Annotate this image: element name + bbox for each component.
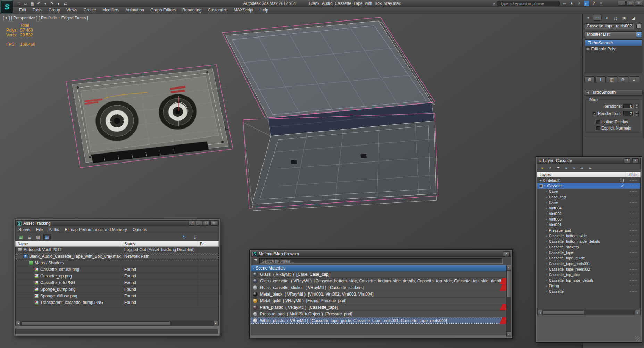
redo-dropdown-icon[interactable]: ▾ [56, 1, 61, 6]
layer-row[interactable]: − ▫ Vint002 ✓ ----- [537, 211, 640, 216]
undo-dropdown-icon[interactable]: ▾ [42, 1, 48, 6]
menu-item[interactable]: File [33, 227, 45, 233]
new-scene-icon[interactable]: □ [16, 1, 22, 6]
table-view-icon[interactable]: ▦ [43, 234, 51, 240]
manage-links-icon[interactable]: ⇄ [62, 1, 68, 6]
layer-row[interactable]: − ▫ Cassette_top_side ✓ ----- [537, 272, 640, 277]
scroll-thumb[interactable] [21, 321, 170, 325]
layer-row[interactable]: − ▫ Case ✓ ----- [537, 200, 640, 205]
highlight-selected-layer-button[interactable]: ≡ [579, 165, 585, 171]
scroll-right-icon[interactable]: ► [635, 310, 640, 315]
layer-row[interactable]: − ▫ Vint004 ✓ ----- [537, 205, 640, 211]
title-bar[interactable]: S □▱▦↶▾↷▾⇄ Autodesk 3ds Max 2012 x64 Bla… [0, 0, 644, 7]
material-row[interactable]: Glass_cassette_sticker ( VRayMtl ) [Cass… [251, 284, 506, 291]
object-color-swatch[interactable] [636, 24, 641, 28]
remove-modifier-button[interactable]: ⊘ [618, 76, 628, 83]
scroll-thumb[interactable] [543, 310, 585, 315]
material-search-input[interactable] [259, 258, 503, 264]
save-file-icon[interactable]: ▦ [29, 1, 35, 6]
binoculars-icon[interactable]: ∞ [562, 1, 567, 6]
render-iters-checkbox[interactable] [593, 112, 596, 116]
new-layer-button[interactable]: ≡ [539, 165, 545, 171]
create-tab-icon[interactable]: ☀ [584, 15, 593, 21]
menu-item[interactable]: Create [81, 7, 99, 14]
table-row[interactable]: Sponge_diffuse.png Found [16, 293, 218, 299]
layer-row[interactable]: − ▫ Cassette ✓ ----- [537, 289, 640, 294]
scene-materials-header[interactable]: - Scene Materials [251, 265, 506, 271]
undo-icon[interactable]: ↶ [36, 1, 42, 6]
modify-tab-icon[interactable]: ◠ [593, 15, 602, 21]
hierarchy-tab-icon[interactable]: ⊞ [602, 15, 611, 21]
rollup-button[interactable]: ◱ [189, 221, 195, 226]
scroll-right-icon[interactable]: ► [213, 321, 218, 326]
viewport-label[interactable]: [ + ] [ Perspective ] [ Realistic + Edge… [3, 16, 88, 20]
object-name-field[interactable]: Cassette_tape_reels002 [585, 23, 634, 29]
layer-row[interactable]: − ▫ Cassette_tape ✓ ----- [537, 250, 640, 255]
minimize-button[interactable]: – [618, 1, 626, 6]
modifier-stack-row[interactable]: ▤ Editable Poly [585, 46, 642, 52]
modifier-list-dropdown[interactable]: Modifier List ▼ [585, 31, 642, 38]
scroll-left-icon[interactable]: ◄ [537, 310, 543, 315]
menu-item[interactable]: Group [45, 7, 63, 14]
layer-row[interactable]: − ≡ 0 (default) ✓ ----- [537, 177, 640, 183]
render-iters-spinner[interactable]: ▲ ▼ [635, 111, 639, 116]
motion-tab-icon[interactable]: ◎ [611, 15, 620, 21]
layer-list-header[interactable]: Layers Hide [537, 172, 641, 177]
maximize-button[interactable]: □ [626, 1, 634, 6]
close-button[interactable]: × [635, 1, 643, 6]
help-button[interactable]: ? [624, 158, 630, 163]
layer-row[interactable]: − ▫ Cassette_top_side_details ✓ ----- [537, 277, 640, 283]
material-row[interactable]: Glass ( VRayMtl ) [Case, Case_cap] [251, 271, 506, 278]
display-tab-icon[interactable]: ▣ [620, 15, 629, 21]
material-row[interactable]: Metal_gold ( VRayMtl ) [Fixing, Pressue_… [251, 298, 506, 304]
layer-dialog-title-bar[interactable]: ≡ Layer: Cassette ? × [537, 158, 641, 164]
layer-row[interactable]: − ▫ Cassette_bottom_side ✓ ----- [537, 233, 640, 239]
material-row[interactable]: Pare_plastic ( VRayMtl ) [Cassette_tape] [251, 304, 506, 311]
material-row[interactable]: Glass_cassette ( VRayMtl ) [Cassette_bot… [251, 278, 506, 284]
menu-item[interactable]: Views [63, 7, 81, 14]
table-row[interactable]: Cassette_diffuse.png Found [16, 266, 218, 273]
layer-row[interactable]: − ▫ Cassette_stickers ✓ ----- [537, 244, 640, 250]
dropdown-arrow-icon[interactable]: ▼ [636, 32, 641, 37]
show-end-result-button[interactable]: ‖ [595, 76, 606, 83]
sign-in-icon[interactable]: ← [584, 1, 589, 6]
help-dropdown-icon[interactable]: ▾ [598, 1, 604, 6]
hide-freeze-layer-button[interactable]: ≡ [587, 165, 593, 171]
list-view-icon[interactable]: ▤ [26, 234, 33, 240]
filter-funnel-icon[interactable] [254, 259, 258, 261]
open-file-icon[interactable]: ▱ [23, 1, 28, 6]
delete-layer-button[interactable]: × [547, 165, 553, 171]
close-button[interactable]: × [632, 158, 639, 163]
turbosmooth-rollout-header[interactable]: − TurboSmooth [584, 90, 643, 96]
table-row[interactable]: Sponge_bump.png Found [16, 286, 218, 293]
application-menu-button[interactable]: S [1, 0, 13, 13]
help-icon[interactable]: ? [591, 1, 596, 6]
layer-row[interactable]: − ▫ Pressue_pad ✓ ----- [537, 227, 640, 233]
scroll-down-icon[interactable]: ▼ [507, 332, 511, 337]
expander-icon[interactable]: − [540, 184, 543, 188]
layer-row[interactable]: − ▫ Cassette_tape_reels002 ✓ ----- [537, 266, 640, 272]
communication-center-icon[interactable]: ✈ [576, 1, 582, 6]
menu-item[interactable]: Paths [46, 227, 62, 233]
favorites-icon[interactable]: ★ [569, 1, 575, 6]
menu-item[interactable]: Customize [204, 7, 231, 14]
search-input[interactable] [497, 1, 560, 6]
table-row[interactable]: Autodesk Vault 2012 Logged Out (Asset Tr… [16, 247, 218, 253]
menu-item[interactable]: Server [16, 227, 33, 233]
vault-explorer-icon[interactable]: ▦ [17, 234, 25, 240]
select-layer-objects-button[interactable]: ≡ [563, 165, 569, 171]
table-row[interactable]: Cassette_refr.PNG Found [16, 280, 218, 286]
material-row[interactable]: White_plastic ( VRayMtl ) [Cassette_tape… [251, 317, 506, 324]
rollout-collapse-icon[interactable]: − [586, 91, 589, 94]
layer-row[interactable]: − ≡ Cassette ✓ ----- [537, 183, 640, 189]
layer-row[interactable]: − ▫ Case ✓ ----- [537, 189, 640, 194]
explicit-normals-checkbox[interactable] [596, 126, 600, 130]
material-row[interactable]: Metal_black ( VRayMtl ) [Vint001, Vint00… [251, 291, 506, 298]
redo-icon[interactable]: ↷ [49, 1, 55, 6]
render-iters-field[interactable]: 2 [623, 111, 634, 116]
menu-item[interactable]: MAXScript [231, 7, 257, 14]
scroll-left-icon[interactable]: ◄ [16, 321, 21, 326]
edit-paths-icon[interactable]: ▧ [34, 234, 42, 240]
menu-item[interactable]: Tools [30, 7, 45, 14]
add-selection-to-layer-button[interactable]: + [555, 165, 561, 171]
